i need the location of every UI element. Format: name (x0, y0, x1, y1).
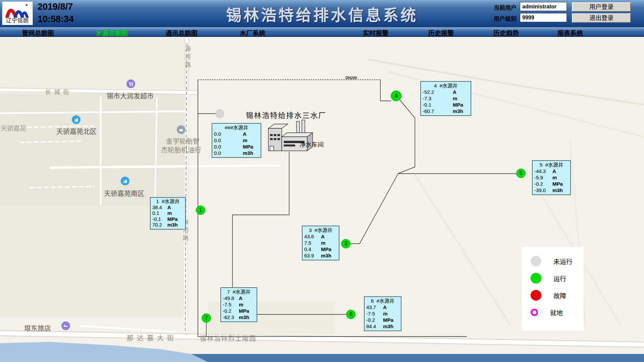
well-marker-3[interactable]: 3 (341, 239, 351, 248)
measurement-unit: MPa (552, 181, 569, 187)
current-user-field[interactable] (520, 2, 567, 11)
well-title: 6 #水源井 (366, 298, 399, 304)
area-label-martyrs-cemetery: 锡林浩特烈士陵园 (200, 334, 256, 343)
well-measurement-row: 84.4m3h (366, 323, 399, 329)
measurement-unit: A (321, 233, 337, 240)
well-data-box-unassigned: ###水源井 0.0A 0.0m 0.0MPa 0.0m3h (212, 123, 261, 158)
well-marker-4[interactable]: 4 (391, 90, 401, 101)
well-marker-7[interactable]: 7 (202, 313, 211, 323)
well-data-box-7: 7 #水源井 -49.8A -7.5m -0.2MPa -62.3m3h (220, 287, 257, 322)
nav-item-realtime-alarm[interactable]: 实时报警 (363, 28, 388, 37)
measurement-unit: m3h (243, 150, 259, 156)
measurement-unit: A (552, 168, 569, 174)
measurement-unit: m3h (239, 314, 255, 320)
well-marker-5[interactable]: 5 (516, 169, 526, 178)
legend-label: 故障 (553, 291, 566, 300)
poi-label-tire-shop-line1: 金宇轮胎智 (166, 136, 200, 146)
street-label-haihe-road-north: 海河路 (183, 46, 192, 70)
measurement-unit: m3h (453, 108, 469, 114)
measurement-value: -0.2 (223, 308, 239, 314)
measurement-unit: m3h (321, 252, 337, 259)
well-measurement-row: -7.5m (223, 301, 255, 308)
measurement-value: 63.9 (304, 252, 321, 259)
well-measurement-row: -52.2A (423, 89, 469, 95)
measurement-unit: MPa (383, 317, 399, 323)
well-measurement-row: -7.5m (366, 310, 399, 317)
measurement-value: 0.0 (214, 137, 243, 143)
nav-item-history-alarm[interactable]: 历史报警 (428, 28, 454, 37)
measurement-unit: MPa (321, 246, 337, 252)
measurement-value: -0.1 (152, 216, 167, 222)
hotel-bed-icon (61, 321, 70, 330)
measurement-unit: A (383, 304, 399, 310)
current-date: 2019/8/7 (38, 1, 74, 13)
measurement-value: -39.0 (534, 187, 552, 193)
well-measurement-row: -62.3m3h (223, 314, 255, 320)
well-measurement-row: -7.3m (423, 95, 469, 102)
measurement-unit: m (552, 174, 569, 181)
well-measurement-row: 0.0A (214, 131, 259, 137)
legend-local-icon (531, 309, 538, 316)
legend-row: 就地 (531, 307, 584, 318)
nav-item-communication-overview[interactable]: 通讯总貌图 (165, 28, 197, 37)
poi-label-hotel: 垠东旅店 (24, 323, 51, 333)
measurement-value: -7.3 (423, 95, 453, 102)
measurement-unit: A (167, 204, 183, 210)
well-measurement-row: -0.2MPa (223, 308, 255, 314)
residence-south-building-icon (121, 177, 129, 185)
measurement-unit: A (453, 89, 469, 95)
well-marker-1[interactable]: 1 (196, 205, 205, 215)
well-marker-6[interactable]: 6 (346, 310, 356, 319)
measurement-unit: m3h (167, 222, 183, 228)
nav-item-report-system[interactable]: 报表系统 (557, 28, 583, 37)
legend-not-running-icon (531, 256, 541, 266)
current-time: 10:58:34 (38, 13, 74, 25)
header-bar: 辽宁铭朗 2019/8/7 10:58:34 锡林浩特给排水信息系统 当前用户 … (0, 0, 644, 27)
legend-fault-icon (531, 290, 541, 301)
nav-item-pipe-network-overview[interactable]: 管网总貌图 (22, 28, 54, 37)
workshop-label: 净水车间 (300, 140, 324, 148)
well-data-box-4: 4 #水源井 -52.2A -7.3m -0.1MPa -60.7m3h (420, 81, 471, 116)
well-measurement-row: -0.1MPa (152, 216, 183, 222)
well-title: 1 #水源井 (152, 198, 183, 204)
measurement-value: 0.0 (214, 143, 243, 150)
legend-running-icon (531, 273, 541, 284)
well-data-box-3: 3 #水源井 43.6A 7.5m 0.4MPa 63.9m3h (302, 226, 339, 260)
well-measurement-row: -5.9m (534, 174, 569, 181)
well-title: 4 #水源井 (423, 82, 469, 89)
measurement-value: 84.4 (366, 323, 383, 329)
well-measurement-row: -60.7m3h (423, 108, 469, 114)
user-level-field[interactable] (520, 13, 567, 22)
well-data-box-1: 1 #水源井 38.4A 0.1m -0.1MPa 70.2m3h (150, 197, 186, 230)
nav-item-water-source-overview[interactable]: 水源总貌图 (96, 28, 127, 37)
street-label-nadamu-avenue: 那达慕大街 (127, 333, 177, 343)
well-measurement-row: 0.0m3h (214, 150, 259, 156)
poi-label-tianjiao-jiayuan: 天骄嘉苑 (1, 123, 26, 132)
well-measurement-row: 38.4A (152, 204, 183, 210)
logout-button[interactable]: 退出登录 (572, 13, 631, 23)
legend-label: 就地 (550, 308, 563, 317)
measurement-value: -44.3 (534, 168, 552, 174)
well-measurement-row: 0.0MPa (214, 143, 259, 150)
well-measurement-row: 43.7A (366, 304, 399, 310)
legend-label: 运行 (553, 274, 566, 283)
measurement-value: -0.2 (366, 317, 383, 323)
supermarket-cart-icon (126, 79, 135, 88)
measurement-value: -0.1 (423, 102, 453, 108)
well-marker-not-running[interactable] (215, 109, 224, 118)
measurement-unit: m (243, 137, 259, 143)
nav-item-water-plant-system[interactable]: 水厂系统 (240, 28, 265, 37)
measurement-unit: m (453, 95, 469, 102)
measurement-unit: MPa (453, 102, 469, 108)
measurement-unit: MPa (243, 143, 259, 150)
well-measurement-row: 0.1m (152, 210, 183, 216)
map-blocks (0, 37, 335, 334)
nav-item-history-trend[interactable]: 历史趋势 (493, 28, 519, 37)
measurement-value: -0.2 (534, 181, 552, 187)
well-measurement-row: -39.0m3h (534, 187, 569, 193)
pipe-diameter-label: DN200 (345, 76, 357, 80)
measurement-unit: m3h (552, 187, 569, 193)
measurement-value: 70.2 (152, 222, 167, 228)
user-login-button[interactable]: 用户登录 (572, 2, 631, 12)
legend-row: 运行 (531, 273, 584, 284)
